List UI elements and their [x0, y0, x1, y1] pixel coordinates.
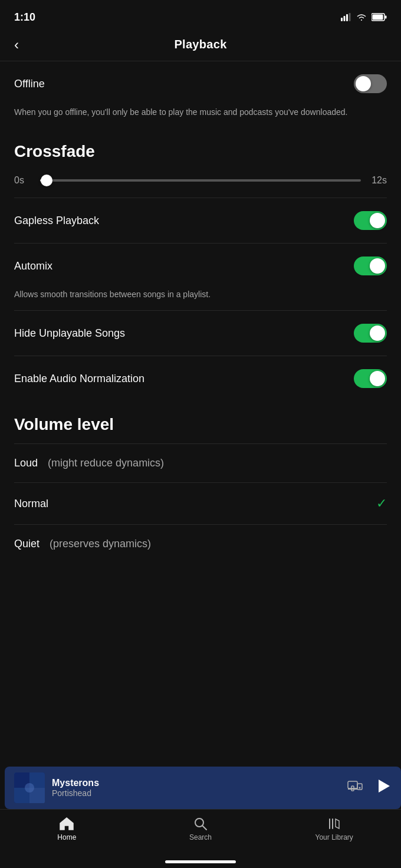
svg-rect-13 — [348, 788, 357, 790]
volume-loud-sublabel: (might reduce dynamics) — [45, 457, 164, 469]
volume-loud-left: Loud (might reduce dynamics) — [14, 457, 164, 469]
gapless-toggle[interactable] — [354, 211, 387, 230]
svg-point-15 — [359, 787, 361, 788]
hide-unplayable-toggle[interactable] — [354, 324, 387, 343]
automix-toggle-slider — [354, 257, 387, 275]
back-button[interactable]: ‹ — [14, 37, 19, 53]
nav-item-library[interactable]: Your Library — [267, 817, 401, 841]
audio-normalization-row: Enable Audio Normalization — [14, 356, 387, 401]
crossfade-section-title: Crossfade — [14, 128, 387, 170]
page-title: Playback — [174, 38, 226, 51]
wifi-icon — [356, 13, 367, 21]
play-button[interactable] — [375, 778, 392, 798]
volume-normal-label: Normal — [14, 498, 48, 510]
svg-rect-2 — [346, 14, 348, 21]
svg-rect-1 — [344, 16, 346, 21]
volume-option-normal[interactable]: Normal ✓ — [14, 483, 387, 524]
audio-normalization-toggle[interactable] — [354, 369, 387, 388]
automix-label: Automix — [14, 260, 52, 272]
nav-item-search[interactable]: Search — [134, 817, 268, 841]
volume-normal-left: Normal — [14, 498, 48, 510]
now-playing-artist: Portishead — [52, 788, 340, 798]
home-icon — [59, 817, 74, 831]
volume-option-quiet[interactable]: Quiet (preserves dynamics) — [14, 525, 387, 563]
svg-rect-3 — [349, 13, 351, 21]
svg-rect-5 — [385, 16, 387, 19]
status-time: 1:10 — [14, 11, 35, 24]
hide-unplayable-label: Hide Unplayable Songs — [14, 327, 125, 340]
audio-normalization-label: Enable Audio Normalization — [14, 373, 144, 385]
svg-point-10 — [25, 783, 34, 793]
signal-icon — [341, 13, 351, 21]
offline-toggle-slider — [354, 74, 387, 93]
offline-toggle[interactable] — [354, 74, 387, 93]
volume-quiet-left: Quiet (preserves dynamics) — [14, 538, 151, 550]
hide-unplayable-toggle-slider — [354, 324, 387, 343]
crossfade-slider-row: 0s 12s — [14, 170, 387, 198]
now-playing-controls — [347, 778, 392, 798]
now-playing-bar[interactable]: Mysterons Portishead — [5, 767, 401, 809]
volume-quiet-label: Quiet — [14, 538, 40, 550]
volume-section-title: Volume level — [14, 401, 387, 443]
volume-loud-label: Loud — [14, 457, 38, 469]
offline-row: Offline — [14, 61, 387, 106]
home-indicator — [165, 860, 236, 863]
nav-label-search: Search — [189, 833, 212, 841]
now-playing-title: Mysterons — [52, 778, 340, 788]
volume-option-loud[interactable]: Loud (might reduce dynamics) — [14, 444, 387, 482]
svg-rect-6 — [373, 15, 383, 20]
play-icon-svg — [375, 778, 392, 794]
now-playing-info: Mysterons Portishead — [52, 778, 340, 798]
device-connect-icon[interactable] — [347, 780, 363, 796]
crossfade-max-label: 12s — [370, 175, 387, 186]
crossfade-min-label: 0s — [14, 175, 31, 186]
crossfade-slider-track — [40, 179, 361, 182]
search-icon — [193, 817, 208, 831]
svg-line-18 — [203, 826, 207, 830]
svg-rect-11 — [348, 781, 357, 788]
hide-unplayable-row: Hide Unplayable Songs — [14, 311, 387, 356]
offline-description: When you go offline, you'll only be able… — [14, 106, 387, 128]
automix-row: Automix — [14, 244, 387, 288]
gapless-label: Gapless Playback — [14, 215, 99, 227]
status-bar: 1:10 — [0, 0, 401, 31]
gapless-playback-row: Gapless Playback — [14, 198, 387, 243]
svg-rect-0 — [341, 18, 343, 21]
nav-label-library: Your Library — [315, 833, 353, 841]
crossfade-slider-thumb[interactable] — [41, 175, 52, 186]
device-icon-svg — [347, 780, 363, 793]
automix-description: Allows smooth transitions between songs … — [14, 288, 387, 310]
nav-item-home[interactable]: Home — [0, 817, 134, 841]
album-art-svg — [14, 772, 45, 803]
settings-content: Offline When you go offline, you'll only… — [0, 61, 401, 563]
page-content: Offline When you go offline, you'll only… — [0, 61, 401, 669]
offline-label: Offline — [14, 78, 45, 90]
gapless-toggle-slider — [354, 211, 387, 230]
audio-normalization-toggle-slider — [354, 369, 387, 388]
album-art — [14, 772, 45, 803]
bottom-nav: Home Search Your Library — [0, 809, 401, 868]
now-playing-thumbnail — [14, 772, 45, 803]
library-icon — [327, 817, 341, 831]
battery-icon — [372, 13, 387, 21]
page-header: ‹ Playback — [0, 31, 401, 61]
volume-quiet-sublabel: (preserves dynamics) — [47, 538, 151, 550]
svg-marker-16 — [379, 780, 390, 793]
status-icons — [341, 13, 387, 21]
crossfade-slider-container[interactable] — [40, 179, 361, 182]
volume-normal-check: ✓ — [376, 496, 387, 511]
automix-toggle[interactable] — [354, 257, 387, 275]
nav-label-home: Home — [57, 833, 76, 841]
